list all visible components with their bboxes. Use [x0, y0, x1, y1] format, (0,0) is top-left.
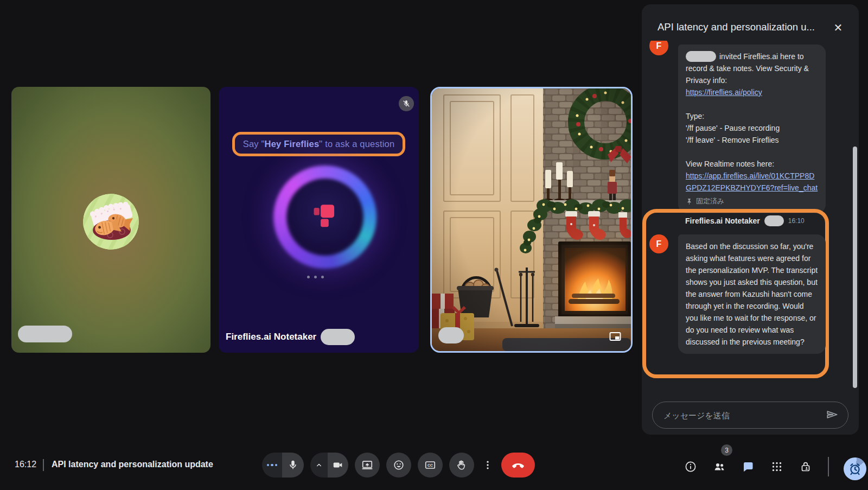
microphone-icon — [282, 453, 304, 478]
close-icon[interactable]: ✕ — [829, 19, 847, 36]
banner-hotword: Hey Fireflies — [265, 139, 320, 149]
chat-button-active[interactable] — [742, 460, 755, 473]
timer-addon-button[interactable] — [844, 457, 866, 480]
chevron-up-icon — [310, 453, 328, 478]
message2-sender: Fireflies.ai Notetaker — [685, 217, 760, 225]
send-message-icon[interactable] — [824, 407, 840, 423]
realtime-notes-link[interactable]: https://app.fireflies.ai/live/01KCTPP8DG… — [686, 171, 818, 192]
message2-timestamp: 16:10 — [788, 217, 805, 225]
participants-button[interactable] — [713, 460, 726, 473]
participant-avatar-taiyaki — [83, 194, 139, 250]
mic-muted-indicator — [399, 96, 414, 111]
in-call-messages-panel: API latency and personalization u... ✕ F… — [642, 4, 859, 435]
chat-scrollbar-thumb[interactable] — [853, 147, 857, 388]
message1-cmd-pause: '/ff pause' - Pause recording — [686, 122, 818, 134]
end-call-button[interactable] — [501, 453, 535, 478]
smiley-icon — [393, 459, 405, 471]
message2-body: Based on the discussion so far, you're a… — [686, 240, 818, 348]
message2-avatar: F — [649, 234, 668, 253]
chat-input-bar — [652, 402, 848, 429]
more-options-icon — [482, 459, 493, 471]
chat-message-fireflies-answer: Based on the discussion so far, you're a… — [678, 234, 826, 354]
fireplace-scene — [432, 88, 631, 351]
video-tile-fireflies[interactable]: Say "Hey Fireflies" to ask a question Fi… — [219, 87, 419, 353]
mic-activity-dots-icon — [262, 453, 282, 478]
alarm-clock-icon — [848, 462, 862, 476]
host-controls-lock-icon — [799, 460, 812, 473]
video-tile-fireplace-active-speaker[interactable] — [430, 87, 633, 353]
fireflies-thinking-dots — [307, 276, 324, 278]
redacted-inviter-name — [686, 51, 716, 62]
activities-button[interactable] — [770, 460, 783, 473]
participants-count-badge: 3 — [721, 444, 732, 456]
chat-message-fireflies-info: invited Fireflies.ai here to record & ta… — [678, 44, 826, 213]
end-call-icon — [510, 457, 526, 473]
activities-grid-icon — [770, 460, 783, 473]
people-icon — [713, 460, 726, 473]
message1-cmd-leave: '/ff leave' - Remove Fireflies — [686, 134, 818, 146]
pinned-indicator: 固定済み — [686, 195, 818, 207]
camera-button[interactable] — [310, 453, 348, 478]
video-tile-participant[interactable] — [11, 87, 210, 353]
chat-icon — [742, 460, 755, 473]
present-screen-icon — [361, 459, 373, 471]
fireflies-logo — [312, 203, 337, 231]
policy-link[interactable]: https://fireflies.ai/policy — [686, 88, 762, 97]
reactions-button[interactable] — [386, 453, 411, 478]
fireflies-name-redacted — [321, 329, 355, 345]
raise-hand-icon — [456, 459, 468, 471]
microphone-button[interactable] — [262, 453, 304, 478]
info-icon — [684, 460, 697, 473]
banner-text-prefix: Say " — [243, 139, 265, 149]
fireflies-tile-name: Fireflies.ai Notetaker — [226, 332, 316, 342]
chat-message-list: F invited Fireflies.ai here to record & … — [642, 41, 859, 396]
pin-icon — [686, 198, 693, 205]
banner-text-suffix: " to ask a question — [319, 139, 394, 149]
controls-divider — [828, 457, 829, 476]
raise-hand-button[interactable] — [449, 453, 474, 478]
message1-avatar: F — [649, 41, 668, 55]
meta-divider — [43, 459, 44, 471]
svg-text:CC: CC — [427, 463, 433, 467]
captions-button[interactable]: CC — [418, 453, 443, 478]
captions-icon: CC — [424, 459, 436, 471]
message1-type-heading: Type: — [686, 110, 818, 122]
meeting-details-button[interactable] — [684, 460, 697, 473]
clock-time: 16:12 — [15, 460, 36, 469]
meeting-info-controls — [684, 460, 826, 473]
picture-in-picture-icon[interactable] — [608, 330, 622, 344]
pinned-label: 固定済み — [696, 195, 724, 207]
call-controls: CC — [262, 453, 535, 478]
chat-panel-title: API latency and personalization u... — [658, 21, 826, 33]
message1-notes-heading: View Realtime notes here: — [686, 158, 818, 170]
meeting-title: API latency and personalization update — [52, 460, 213, 469]
speaker-name-redacted — [438, 327, 464, 343]
fireflies-hotword-banner: Say "Hey Fireflies" to ask a question — [232, 132, 405, 156]
present-screen-button[interactable] — [355, 453, 380, 478]
message2-sender-redacted — [764, 215, 784, 226]
host-controls-button[interactable] — [799, 460, 812, 473]
more-options-button[interactable] — [481, 459, 495, 471]
participant-name-redacted — [18, 326, 72, 342]
chat-message-input[interactable] — [663, 411, 824, 420]
camera-icon — [328, 453, 348, 478]
